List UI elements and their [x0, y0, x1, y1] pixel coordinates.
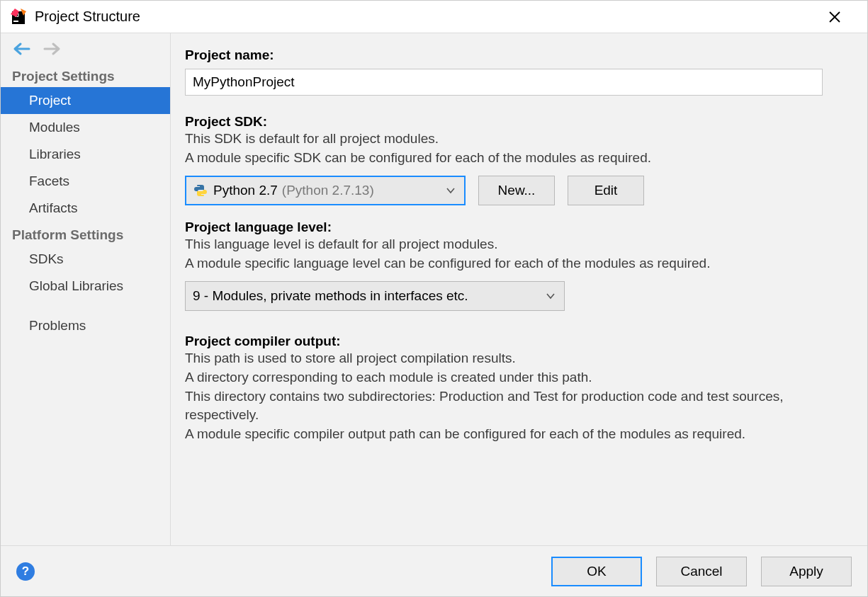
project-sdk-desc1: This SDK is default for all project modu… [185, 130, 853, 149]
lang-level-desc2: A module specific language level can be … [185, 254, 853, 273]
main-panel: Project name: Project SDK: This SDK is d… [171, 33, 867, 545]
close-icon[interactable] [829, 11, 857, 23]
project-name-input[interactable] [185, 69, 823, 96]
apply-button[interactable]: Apply [761, 557, 852, 586]
back-arrow-icon[interactable] [12, 42, 30, 56]
project-sdk-label: Project SDK: [185, 114, 853, 130]
sdk-selected-detail: (Python 2.7.13) [282, 183, 374, 198]
lang-level-desc1: This language level is default for all p… [185, 235, 853, 254]
nav-item-modules[interactable]: Modules [1, 114, 170, 141]
chevron-down-icon [546, 292, 556, 300]
project-sdk-desc2: A module specific SDK can be configured … [185, 149, 853, 168]
nav-item-facets[interactable]: Facets [1, 168, 170, 195]
svg-rect-1 [13, 21, 18, 22]
sidebar: Project Settings Project Modules Librari… [1, 33, 171, 545]
edit-sdk-button[interactable]: Edit [568, 176, 644, 205]
intellij-icon: IJ [11, 8, 28, 25]
nav-item-problems[interactable]: Problems [1, 312, 170, 339]
nav-item-project[interactable]: Project [1, 87, 170, 114]
titlebar: IJ Project Structure [1, 1, 867, 33]
compiler-output-line4: A module specific compiler output path c… [185, 425, 823, 444]
help-icon[interactable]: ? [16, 562, 35, 581]
project-name-label: Project name: [185, 47, 853, 63]
window-title: Project Structure [35, 8, 140, 25]
sdk-selected-name: Python 2.7 [213, 183, 278, 198]
new-sdk-button[interactable]: New... [478, 176, 555, 205]
project-sdk-dropdown[interactable]: Python 2.7 (Python 2.7.13) [185, 176, 466, 205]
compiler-output-line1: This path is used to store all project c… [185, 349, 853, 368]
section-platform-settings: Platform Settings [1, 222, 170, 246]
nav-item-global-libraries[interactable]: Global Libraries [1, 273, 170, 300]
forward-arrow-icon[interactable] [43, 42, 62, 56]
section-project-settings: Project Settings [1, 63, 170, 87]
nav-item-libraries[interactable]: Libraries [1, 141, 170, 168]
ok-button[interactable]: OK [551, 557, 642, 586]
cancel-button[interactable]: Cancel [656, 557, 747, 586]
compiler-output-line3: This directory contains two subdirectori… [185, 387, 823, 425]
lang-level-dropdown[interactable]: 9 - Modules, private methods in interfac… [185, 281, 565, 311]
compiler-output-label: Project compiler output: [185, 334, 853, 349]
python-icon [193, 183, 208, 198]
nav-item-artifacts[interactable]: Artifacts [1, 195, 170, 222]
lang-level-label: Project language level: [185, 220, 853, 235]
chevron-down-icon [446, 187, 456, 194]
compiler-output-line2: A directory corresponding to each module… [185, 368, 853, 387]
lang-level-selected: 9 - Modules, private methods in interfac… [193, 288, 468, 304]
dialog-footer: ? OK Cancel Apply [1, 545, 867, 596]
nav-item-sdks[interactable]: SDKs [1, 246, 170, 273]
project-structure-dialog: IJ Project Structure Project Settings Pr… [0, 0, 868, 597]
